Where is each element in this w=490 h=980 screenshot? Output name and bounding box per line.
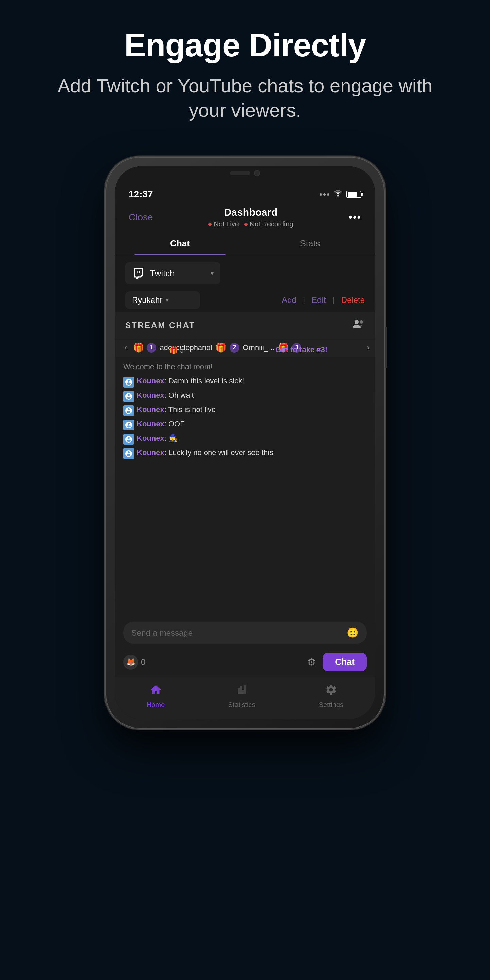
msg-text-2: : Oh wait — [164, 391, 194, 399]
platform-select-box[interactable]: Twitch ▾ — [125, 262, 221, 285]
user-badge-3 — [123, 405, 134, 416]
left-arrow-icon[interactable]: ‹ — [122, 343, 130, 352]
delete-button[interactable]: Delete — [341, 295, 365, 305]
add-button[interactable]: Add — [282, 295, 296, 305]
home-icon — [150, 684, 162, 699]
nav-item-home[interactable]: Home — [147, 684, 165, 709]
user-badge-4 — [123, 420, 134, 430]
user-badge-1 — [123, 377, 134, 388]
user-avatar: 🦊 — [123, 655, 138, 670]
separator: | — [303, 296, 305, 304]
gift-take-label[interactable]: Gift to take #3! — [275, 345, 327, 354]
nav-title-group: Dashboard Not Live Not Recording — [208, 207, 293, 228]
page-header: Engage Directly Add Twitch or YouTube ch… — [0, 27, 490, 123]
tab-chat[interactable]: Chat — [115, 232, 245, 255]
tabs-bar: Chat Stats — [115, 232, 375, 255]
gift-badge-2: 2 — [230, 343, 239, 353]
recording-label: Not Recording — [250, 220, 293, 228]
tab-stats[interactable]: Stats — [245, 232, 375, 255]
gift-badge-1: 1 — [147, 343, 156, 353]
twitch-icon — [132, 267, 145, 280]
channel-row: Ryukahr ▾ Add | Edit | Delete — [115, 288, 375, 312]
user-badge-5 — [123, 434, 134, 445]
stats-label: Statistics — [228, 701, 256, 709]
page-title: Engage Directly — [41, 27, 449, 63]
chat-message-4: Kounex: OOF — [123, 419, 367, 430]
msg-text-5: : 🧙 — [164, 434, 178, 442]
recording-status: Not Recording — [244, 220, 293, 228]
wifi-icon — [334, 190, 342, 199]
gift-user-2: Omniii_... — [243, 343, 274, 352]
side-button — [385, 327, 387, 368]
app-content: Close Dashboard Not Live Not Recording — [115, 202, 375, 719]
live-status: Not Live — [208, 220, 239, 228]
gift-banner: ‹ 🎁 1 adexcidephanol 🎁 2 Omniii_... 🎁 3 … — [115, 338, 375, 357]
platform-chevron-icon: ▾ — [211, 269, 214, 277]
channel-select-box[interactable]: Ryukahr ▾ — [125, 291, 200, 309]
nav-status: Not Live Not Recording — [208, 220, 293, 228]
platform-selector: Twitch ▾ — [115, 255, 375, 288]
signal-icon — [320, 193, 329, 196]
mic-bar — [230, 172, 250, 175]
status-icons — [320, 190, 361, 199]
users-icon[interactable] — [353, 319, 365, 331]
msg-username-4: Kounex — [137, 420, 164, 428]
close-button[interactable]: Close — [129, 212, 153, 223]
channel-actions: Add | Edit | Delete — [282, 295, 365, 305]
home-label: Home — [147, 701, 165, 709]
point-count: 0 — [141, 657, 145, 667]
stream-chat-header: STREAM CHAT — [115, 312, 375, 338]
svg-point-2 — [360, 320, 363, 324]
user-badge-6 — [123, 448, 134, 459]
msg-text-3: : This is not live — [164, 405, 216, 414]
user-badge-2 — [123, 391, 134, 402]
stream-chat-title: STREAM CHAT — [125, 321, 195, 330]
bottom-action-bar: 🦊 0 ⚙ Chat — [115, 649, 375, 677]
chat-send-button[interactable]: Chat — [323, 653, 367, 671]
channel-name: Ryukahr — [132, 295, 162, 305]
msg-username-1: Kounex — [137, 377, 164, 385]
gift-emoji-1: 🎁 — [133, 342, 144, 353]
battery-icon — [347, 191, 361, 198]
settings-gear-icon[interactable]: ⚙ — [307, 656, 316, 668]
left-action-group: 🦊 0 — [123, 655, 145, 670]
msg-text-4: : OOF — [164, 420, 185, 428]
channel-chevron-icon: ▾ — [166, 296, 169, 304]
status-bar: 12:37 — [115, 183, 375, 202]
welcome-message: Welcome to the chat room! — [123, 363, 367, 371]
edit-button[interactable]: Edit — [312, 295, 326, 305]
gift-item-1: 🎁 1 — [133, 342, 156, 353]
bottom-nav: Home Statistics Se — [115, 677, 375, 719]
nav-item-settings[interactable]: Settings — [319, 684, 343, 709]
more-button[interactable]: ••• — [348, 212, 361, 223]
msg-text-1: : Damn this level is sick! — [164, 377, 244, 385]
nav-item-stats[interactable]: Statistics — [228, 684, 256, 709]
dashboard-title: Dashboard — [208, 207, 293, 218]
platform-label: Twitch — [150, 268, 206, 279]
settings-icon — [325, 684, 337, 699]
gift-user-1: adexcidephanol — [159, 343, 212, 352]
recording-dot — [244, 223, 248, 226]
chat-messages: Welcome to the chat room! Kounex: Damn t… — [115, 357, 375, 616]
separator2: | — [332, 296, 334, 304]
nav-header: Close Dashboard Not Live Not Recording — [115, 202, 375, 232]
svg-point-1 — [355, 320, 359, 324]
live-label: Not Live — [214, 220, 239, 228]
stats-icon — [236, 684, 248, 699]
phone-screen: 12:37 — [115, 166, 375, 719]
chat-message-6: Kounex: Luckily no one will ever see thi… — [123, 447, 367, 459]
emoji-button[interactable]: 🙂 — [347, 627, 359, 638]
msg-username-3: Kounex — [137, 405, 164, 414]
chat-message-5: Kounex: 🧙 — [123, 433, 367, 445]
msg-text-6: : Luckily no one will ever see this — [164, 448, 273, 457]
camera-notch — [218, 166, 272, 180]
msg-username-6: Kounex — [137, 448, 164, 457]
msg-username-5: Kounex — [137, 434, 164, 442]
camera-dot — [254, 170, 260, 176]
chat-message-2: Kounex: Oh wait — [123, 390, 367, 402]
message-input-box[interactable]: Send a message 🙂 — [123, 622, 367, 644]
message-input-area: Send a message 🙂 — [115, 616, 375, 649]
chat-message-1: Kounex: Damn this level is sick! — [123, 376, 367, 388]
right-arrow-icon[interactable]: › — [367, 343, 369, 352]
phone-mockup: 12:37 — [105, 157, 385, 729]
